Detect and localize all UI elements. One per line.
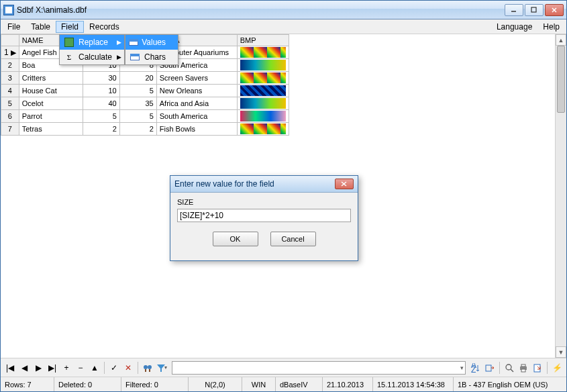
svg-point-6: [144, 365, 148, 369]
binoculars-icon: [143, 363, 152, 373]
row-indicator: 1 ▶: [1, 46, 19, 59]
printer-icon: [519, 363, 528, 373]
separator: [104, 362, 105, 374]
app-icon: [3, 5, 14, 15]
goto-button[interactable]: [483, 361, 497, 375]
find-button[interactable]: [141, 361, 154, 375]
vertical-scrollbar[interactable]: ▲ ▼: [555, 34, 566, 358]
execute-button[interactable]: ⚡: [550, 361, 564, 375]
separator: [499, 362, 500, 374]
minimize-button[interactable]: [505, 4, 523, 16]
ok-button[interactable]: OK: [213, 232, 258, 246]
sort-asc-icon: AZ: [471, 363, 480, 373]
bmp-thumbnail: [240, 85, 286, 96]
sort-asc-button[interactable]: AZ: [469, 361, 482, 375]
filter-button[interactable]: ▾: [155, 361, 168, 375]
revert-button[interactable]: ✕: [121, 361, 135, 375]
print-button[interactable]: [517, 361, 530, 375]
menu-file[interactable]: File: [2, 21, 25, 33]
client-area: NAME SIZE WEIGHT AREA BMP 1 ▶ Angel Fish…: [1, 34, 566, 358]
svg-text:Z: Z: [471, 365, 476, 373]
scroll-thumb[interactable]: [557, 46, 565, 113]
menu-language[interactable]: Language: [491, 21, 537, 33]
table-row[interactable]: 7 Tetras 2 2 Fish Bowls: [1, 123, 289, 136]
nav-toolbar: |◀ ◀ ▶ ▶| + − ▲ ✓ ✕ ▾ ▾ AZ: [1, 358, 566, 377]
status-datetime: 15.11.2013 14:54:38: [373, 377, 454, 391]
field-dropdown: Replace ▶ Σ Calculate ▶: [59, 34, 125, 65]
separator: [138, 362, 138, 374]
delete-record-button[interactable]: −: [74, 361, 87, 375]
sigma-icon: Σ: [62, 52, 76, 62]
view-button[interactable]: [503, 361, 516, 375]
dialog-close-button[interactable]: [335, 179, 354, 189]
chevron-down-icon: ▾: [460, 364, 464, 371]
menu-field[interactable]: Field: [56, 21, 84, 33]
replace-submenu: Values Chars: [125, 34, 178, 65]
minimize-icon: [511, 7, 517, 13]
add-record-button[interactable]: +: [60, 361, 73, 375]
export-icon: [533, 363, 542, 373]
status-date: 21.10.2013: [323, 377, 373, 391]
submenu-arrow-icon: ▶: [117, 54, 121, 60]
maximize-button[interactable]: [525, 4, 544, 16]
scroll-up-button[interactable]: ▲: [556, 34, 566, 46]
bmp-thumbnail: [240, 98, 286, 109]
maximize-icon: [531, 7, 537, 13]
menu-item-replace[interactable]: Replace ▶: [60, 35, 124, 50]
nav-prev-button[interactable]: ◀: [17, 361, 31, 375]
menu-item-chars[interactable]: Chars: [125, 50, 178, 64]
svg-point-7: [148, 365, 152, 369]
lightning-icon: ⚡: [552, 363, 562, 373]
app-window: Sdbf X:\animals.dbf File Table Field Rec…: [0, 0, 567, 392]
scroll-down-button[interactable]: ▼: [556, 346, 566, 358]
status-os: WIN: [242, 377, 276, 391]
svg-rect-16: [521, 364, 525, 366]
status-fieldtype: N(2,0): [189, 377, 242, 391]
status-filtered: Filtered: 0: [121, 377, 189, 391]
titlebar: Sdbf X:\animals.dbf: [1, 1, 566, 19]
replace-icon: [62, 37, 76, 48]
dialog-title: Enter new value for the field: [174, 179, 335, 189]
status-codepage: 1B - 437 English OEM (US): [454, 377, 566, 391]
menu-item-values[interactable]: Values: [125, 35, 178, 50]
scroll-track[interactable]: [556, 46, 566, 346]
status-format: dBaseIV: [276, 377, 323, 391]
bmp-thumbnail: [240, 72, 286, 83]
nav-next-button[interactable]: ▶: [32, 361, 45, 375]
dialog-titlebar: Enter new value for the field: [170, 176, 358, 193]
status-rows: Rows: 7: [1, 377, 54, 391]
menubar: File Table Field Records Language Help: [1, 19, 566, 34]
commit-button[interactable]: ✓: [107, 361, 121, 375]
svg-rect-1: [531, 7, 536, 12]
chars-icon: [128, 52, 142, 62]
menu-item-calculate[interactable]: Σ Calculate ▶: [60, 50, 124, 64]
table-row[interactable]: 4 House Cat 10 5 New Orleans: [1, 85, 289, 97]
table-row[interactable]: 3 Critters 30 20 Screen Savers: [1, 72, 289, 85]
svg-line-14: [511, 369, 513, 372]
magnifier-icon: [505, 363, 514, 373]
col-bmp[interactable]: BMP: [237, 35, 289, 46]
nav-first-button[interactable]: |◀: [3, 361, 17, 375]
export-button[interactable]: [531, 361, 544, 375]
edit-record-button[interactable]: ▲: [88, 361, 101, 375]
menu-help[interactable]: Help: [537, 21, 565, 33]
filter-combo[interactable]: ▾: [172, 361, 466, 375]
menu-table[interactable]: Table: [25, 21, 56, 33]
bmp-thumbnail: [240, 60, 286, 70]
close-button[interactable]: [545, 4, 564, 16]
window-title: Sdbf X:\animals.dbf: [17, 5, 505, 15]
dialog-field-label: SIZE: [177, 198, 351, 206]
close-icon: [551, 7, 558, 13]
statusbar: Rows: 7 Deleted: 0 Filtered: 0 N(2,0) WI…: [1, 377, 566, 391]
table-row[interactable]: 5 Ocelot 40 35 Africa and Asia: [1, 97, 289, 110]
cancel-button[interactable]: Cancel: [270, 232, 316, 246]
nav-last-button[interactable]: ▶|: [46, 361, 59, 375]
separator: [547, 362, 548, 374]
svg-rect-17: [521, 369, 525, 372]
grid-corner: [1, 35, 19, 46]
dialog-value-input[interactable]: [177, 209, 351, 222]
table-row[interactable]: 6 Parrot 5 5 South America: [1, 110, 289, 123]
bmp-thumbnail: [240, 124, 286, 134]
menu-records[interactable]: Records: [84, 21, 125, 33]
values-icon: [128, 37, 139, 48]
